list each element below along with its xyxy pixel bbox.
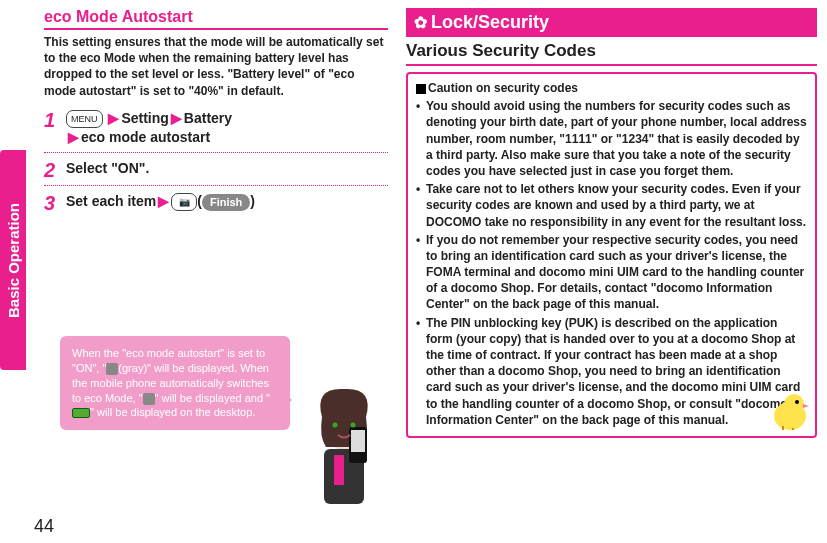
caution-box: Caution on security codes You should avo… [406, 72, 817, 438]
eco-mode-title: eco Mode Autostart [44, 8, 388, 30]
caution-title: Caution on security codes [416, 80, 807, 96]
callout-line-2c: " will be displayed on the desktop. [90, 406, 255, 418]
woman-with-phone-illustration [294, 377, 394, 517]
caution-list: You should avoid using the numbers for s… [416, 98, 807, 428]
caution-bullet: The PIN unblocking key (PUK) is describe… [416, 315, 807, 428]
svg-marker-10 [803, 404, 809, 408]
step-3-number: 3 [44, 192, 66, 214]
page-spread: eco Mode Autostart This setting ensures … [0, 0, 827, 543]
svg-rect-4 [351, 430, 365, 452]
arrow-icon: ▶ [156, 193, 171, 209]
eco-color-icon [143, 393, 155, 405]
step-1: 1 MENU ▶Setting▶Battery ▶eco mode autost… [44, 109, 388, 153]
finish-pill: Finish [202, 194, 250, 211]
step-1-body: MENU ▶Setting▶Battery ▶eco mode autostar… [66, 109, 388, 148]
arrow-icon: ▶ [169, 110, 184, 126]
clover-icon: ✿ [414, 13, 427, 32]
step-3: 3 Set each item▶📷(Finish) [44, 192, 388, 218]
caution-bullet: If you do not remember your respective s… [416, 232, 807, 313]
camera-key-icon: 📷 [171, 193, 197, 211]
svg-point-8 [784, 394, 804, 414]
lock-security-header: ✿ Lock/Security [406, 8, 817, 37]
eco-bar-icon [72, 408, 90, 418]
svg-point-6 [351, 423, 356, 428]
step-3-body: Set each item▶📷(Finish) [66, 192, 388, 212]
step-2-number: 2 [44, 159, 66, 181]
step-2-body: Select "ON". [66, 159, 388, 179]
svg-point-5 [333, 423, 338, 428]
eco-gray-icon [106, 363, 118, 375]
caution-bullet: Take care not to let others know your se… [416, 181, 807, 230]
svg-point-9 [795, 400, 799, 404]
step-1-setting: Setting [121, 110, 168, 126]
caution-bullet: You should avoid using the numbers for s… [416, 98, 807, 179]
arrow-icon: ▶ [106, 110, 121, 126]
eco-mode-description: This setting ensures that the mode will … [44, 34, 388, 99]
lock-security-title: Lock/Security [431, 12, 549, 33]
step-1-battery: Battery [184, 110, 232, 126]
black-square-icon [416, 84, 426, 94]
various-security-codes-title: Various Security Codes [406, 37, 817, 66]
menu-key-icon: MENU [66, 110, 103, 128]
svg-rect-2 [334, 455, 344, 485]
step-3-text: Set each item [66, 193, 156, 209]
step-2: 2 Select "ON". [44, 159, 388, 186]
callout-bubble: When the "eco mode autostart" is set to … [60, 336, 290, 430]
step-1-number: 1 [44, 109, 66, 131]
arrow-icon: ▶ [66, 129, 81, 145]
page-number: 44 [34, 516, 54, 537]
callout-line-2b: " will be displayed and " [155, 392, 270, 404]
callout-line-1b: (gray)" will be displayed. [118, 362, 237, 374]
right-column: ✿ Lock/Security Various Security Codes C… [400, 0, 827, 543]
left-column: eco Mode Autostart This setting ensures … [0, 0, 400, 543]
chick-illustration [769, 390, 811, 432]
step-1-eco: eco mode autostart [81, 129, 210, 145]
